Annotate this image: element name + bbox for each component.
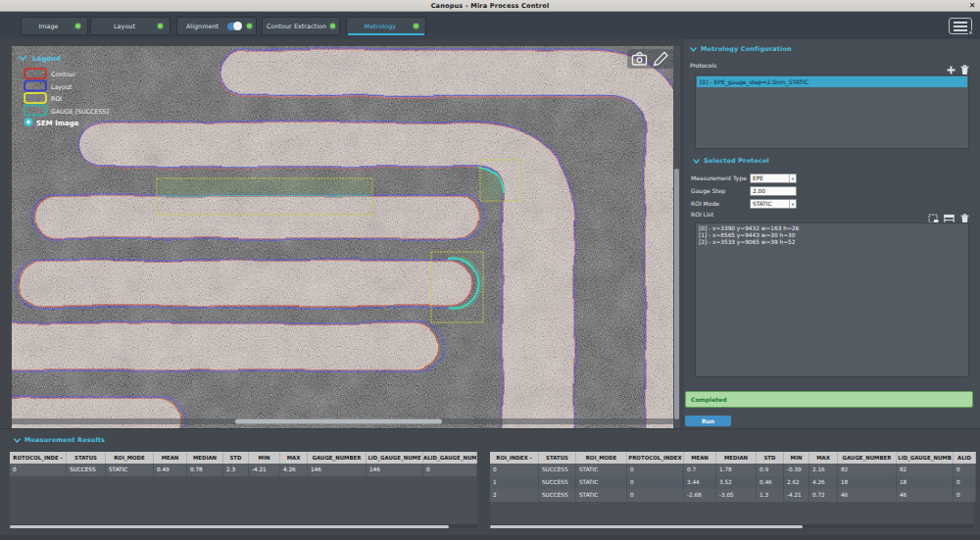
column-header[interactable]: STATUS	[539, 452, 576, 464]
tab-contour-extraction[interactable]: Contour Extraction	[262, 17, 340, 35]
protocols-list[interactable]: [0] - EPE_gauge_step=2.0nm_STATIC	[695, 74, 969, 149]
column-header[interactable]: ROI_MODE	[106, 452, 154, 464]
table-cell: SUCCESS	[539, 489, 576, 502]
tab-metrology[interactable]: Metrology	[346, 17, 426, 35]
gauge-step-value: 2.00	[753, 188, 765, 194]
measurement-results-header[interactable]: Measurement Results	[14, 436, 105, 444]
column-header[interactable]: ROI_MODE	[576, 452, 627, 464]
column-header[interactable]: MEDIAN	[716, 452, 757, 464]
table-cell: 0	[954, 489, 976, 502]
canvas-tools	[627, 49, 674, 69]
roi-item-2[interactable]: [2] - x=3533 y=9065 w=39 h=52	[696, 239, 968, 246]
table-cell: 18	[838, 476, 897, 489]
table-cell: 0	[10, 464, 67, 476]
table-cell: 2.62	[784, 476, 809, 489]
table-cell: SUCCESS	[67, 464, 106, 476]
table-header-row: ROTOCOL_INDE -STATUSROI_MODEMEANMEDIANST…	[10, 452, 477, 464]
column-header[interactable]: ROTOCOL_INDE -	[10, 452, 67, 464]
column-header[interactable]: MAX	[809, 452, 838, 464]
column-header[interactable]: ALID	[954, 452, 976, 464]
roi-table-icon[interactable]	[944, 210, 955, 221]
table-cell: 3.44	[684, 476, 716, 489]
chevron-down-icon	[690, 47, 697, 52]
table-cell: 0	[627, 489, 684, 502]
column-header[interactable]: ROI_INDEX -	[490, 452, 539, 464]
metrology-config-header[interactable]: Metrology Configuration	[690, 45, 792, 53]
sem-viewport[interactable]: Legend Contour Layout ROI GAUGE [SUCCESS…	[12, 46, 680, 428]
column-header[interactable]: MEAN	[154, 452, 187, 464]
table-cell: STATIC	[576, 464, 627, 476]
column-header[interactable]: MEDIAN	[187, 452, 223, 464]
sem-image[interactable]: Legend Contour Layout ROI GAUGE [SUCCESS…	[12, 46, 680, 428]
table-cell: 0	[423, 464, 477, 476]
column-header[interactable]: MEAN	[684, 452, 716, 464]
measurement-type-select[interactable]: EPE ▾	[750, 173, 797, 183]
table-cell: 146	[367, 464, 423, 476]
roi-mode-label: ROI Mode	[691, 200, 719, 207]
table-cell: 0	[627, 464, 684, 476]
window-title: Canopus - Mira Process Control	[431, 2, 550, 10]
table-cell: STATIC	[106, 464, 154, 476]
roi-item-1[interactable]: [1] - x=8565 y=9443 w=30 h=30	[696, 232, 968, 239]
column-header[interactable]: STD	[223, 452, 249, 464]
roi-mode-select[interactable]: STATIC ▾	[750, 199, 797, 209]
tab-layout[interactable]: Layout	[90, 17, 171, 35]
table-header-row: ROI_INDEX -STATUSROI_MODEPROTOCOL_INDEXM…	[490, 452, 976, 464]
add-protocol-icon[interactable]	[946, 61, 956, 72]
table-cell: -3.05	[716, 489, 757, 502]
legend-label-gauge: GAUGE [SUCCESS]	[51, 108, 109, 115]
horizontal-scrollbar-thumb[interactable]	[235, 419, 442, 424]
legend-label-layout: Layout	[51, 83, 73, 91]
selected-protocol-title: Selected Protocol	[704, 157, 769, 165]
roi-item-0[interactable]: [0] - x=3390 y=9432 w=163 h=26	[696, 225, 968, 232]
column-header[interactable]: LID_GAUGE_NUME	[367, 452, 423, 464]
roi-results-table[interactable]: ROI_INDEX -STATUSROI_MODEPROTOCOL_INDEXM…	[490, 452, 976, 502]
run-button[interactable]: Run	[685, 416, 731, 426]
column-header[interactable]: MAX	[280, 452, 308, 464]
column-header[interactable]: MIN	[249, 452, 280, 464]
tab-contour-extraction-label: Contour Extraction	[263, 23, 330, 29]
add-roi-icon[interactable]	[928, 210, 939, 221]
vertical-scrollbar-thumb[interactable]	[674, 169, 679, 419]
status-dot-alignment	[247, 24, 252, 28]
column-header[interactable]: ALID_GAUGE_NUM A	[423, 452, 477, 464]
protocol-results-table[interactable]: ROTOCOL_INDE -STATUSROI_MODEMEANMEDIANST…	[10, 452, 477, 476]
right-table-hscrollbar[interactable]	[490, 524, 973, 528]
tab-layout-label: Layout	[91, 23, 158, 29]
table-cell: 4.26	[809, 476, 838, 489]
tab-image-label: Image	[22, 23, 75, 29]
table-cell: 1	[490, 476, 539, 489]
close-icon[interactable]: ✕	[967, 0, 977, 11]
protocol-item-selected[interactable]: [0] - EPE_gauge_step=2.0nm_STATIC	[697, 76, 967, 87]
table-row[interactable]: 0SUCCESSSTATIC00.71.780.9-0.392.1682820	[490, 464, 976, 476]
status-text: Completed	[686, 392, 972, 407]
roi-list-label: ROI List	[691, 211, 713, 218]
table-row[interactable]: 0SUCCESSSTATIC0.490.782.3-4.214.26146146…	[10, 464, 477, 476]
table-cell: -4.21	[249, 464, 280, 476]
metrology-config-title: Metrology Configuration	[701, 45, 792, 53]
menu-icon[interactable]	[949, 18, 972, 34]
roi-list[interactable]: [0] - x=3390 y=9432 w=163 h=26 [1] - x=8…	[695, 222, 969, 377]
column-header[interactable]: PROTOCOL_INDEX	[627, 452, 684, 464]
left-table-hscrollbar[interactable]	[10, 524, 477, 528]
column-header[interactable]: STD	[757, 452, 784, 464]
alignment-toggle[interactable]	[227, 23, 242, 30]
legend-label-roi: ROI	[51, 95, 62, 102]
column-header[interactable]: GAUGE_NUMBER	[838, 452, 897, 464]
table-cell: 0	[490, 464, 539, 476]
delete-protocol-icon[interactable]	[959, 61, 970, 72]
tab-alignment[interactable]: Alignment	[176, 17, 257, 35]
column-header[interactable]: GAUGE_NUMBER	[308, 452, 367, 464]
gauge-step-input[interactable]: 2.00	[750, 186, 797, 196]
column-header[interactable]: LID_GAUGE_NUMB	[897, 452, 954, 464]
table-cell: 46	[838, 489, 897, 502]
column-header[interactable]: MIN	[784, 452, 809, 464]
selected-protocol-header[interactable]: Selected Protocol	[693, 157, 769, 165]
column-header[interactable]: STATUS	[67, 452, 106, 464]
tab-image[interactable]: Image	[21, 17, 88, 35]
delete-roi-icon[interactable]	[959, 210, 970, 221]
table-row[interactable]: 2SUCCESSSTATIC0-2.68-3.051.3-4.210.72464…	[490, 489, 976, 502]
table-cell: 0.78	[187, 464, 223, 476]
table-cell: 146	[308, 464, 367, 476]
table-row[interactable]: 1SUCCESSSTATIC03.443.520.462.624.2618180	[490, 476, 976, 489]
